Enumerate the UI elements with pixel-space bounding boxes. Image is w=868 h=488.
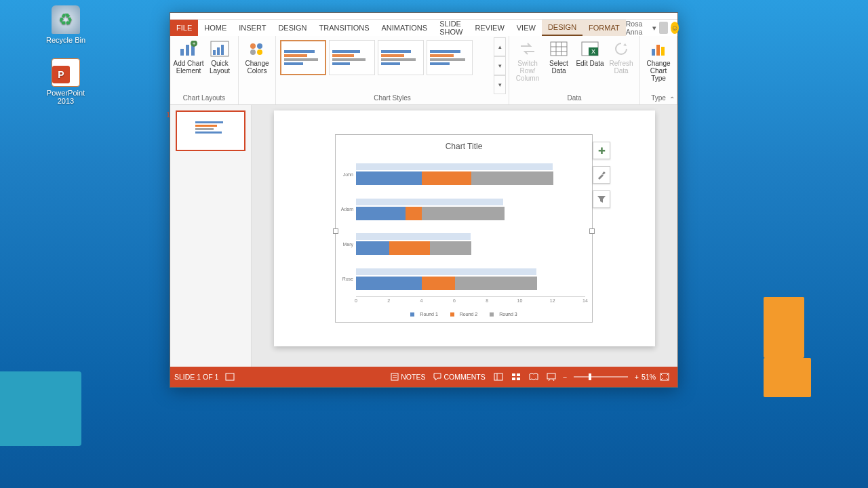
slide-thumbnail-1[interactable] (176, 110, 245, 151)
bar-segment[interactable] (455, 277, 537, 290)
change-chart-type-button[interactable]: Change Chart Type (643, 37, 674, 94)
bar-segment[interactable] (422, 171, 471, 185)
avatar (659, 22, 667, 34)
bar-segment[interactable] (389, 241, 431, 255)
x-tick: 2 (387, 298, 390, 303)
chart-style-3[interactable] (378, 40, 424, 75)
bar-segment[interactable] (356, 277, 422, 290)
refresh-icon (610, 40, 632, 58)
bar-segment[interactable] (356, 241, 389, 255)
button-label: NOTES (401, 373, 425, 381)
button-label: Quick Layout (204, 60, 235, 75)
tab-transitions[interactable]: TRANSITIONS (313, 20, 376, 36)
feedback-smile-icon[interactable]: ☺ (671, 22, 679, 34)
legend-entry: Round 2 (460, 312, 477, 317)
tab-insert[interactable]: INSERT (233, 20, 272, 36)
svg-point-11 (250, 49, 256, 55)
svg-rect-33 (512, 378, 515, 380)
chart-filters-button[interactable] (593, 190, 610, 208)
tab-review[interactable]: REVIEW (469, 20, 510, 36)
bar-segment[interactable] (406, 207, 422, 220)
title-bar[interactable] (170, 13, 677, 20)
category-label: Mary (340, 242, 353, 247)
chart-title[interactable]: Chart Title (336, 135, 592, 155)
button-label: Change Chart Type (643, 60, 674, 82)
group-label: Chart Layouts (173, 94, 235, 103)
bar-segment[interactable] (471, 171, 553, 185)
funnel-icon (597, 195, 606, 204)
collapse-ribbon-button[interactable]: ⌃ (669, 96, 675, 103)
gallery-more-button[interactable]: ▾ (494, 75, 506, 94)
thumbnail-chart-preview (195, 121, 226, 140)
bar-segment[interactable] (430, 241, 471, 255)
user-name: Rosa Anna (626, 20, 650, 36)
icon-label: Recycle Bin (42, 36, 90, 44)
svg-rect-1 (186, 45, 189, 56)
slide-sorter-view-button[interactable] (511, 373, 521, 381)
change-colors-button[interactable]: Change Colors (241, 37, 273, 94)
spell-check-icon[interactable] (225, 373, 235, 381)
button-label: Change Colors (241, 60, 273, 75)
chart-style-2[interactable] (329, 40, 375, 75)
tab-view[interactable]: VIEW (511, 20, 542, 36)
svg-text:X: X (591, 48, 595, 55)
gallery-down-button[interactable]: ▾ (494, 56, 506, 75)
notes-button[interactable]: NOTES (391, 373, 425, 381)
tab-file[interactable]: FILE (170, 20, 198, 36)
tab-chart-tools-design[interactable]: DESIGN (542, 20, 583, 36)
svg-point-12 (257, 49, 262, 55)
normal-view-button[interactable] (494, 373, 503, 381)
x-tick: 4 (420, 298, 423, 303)
reading-view-button[interactable] (529, 373, 538, 381)
user-account[interactable]: Rosa Anna ▾ ☺ (626, 20, 684, 36)
group-chart-styles-colors: Change Colors (239, 36, 276, 104)
chart-bar-row[interactable]: Mary (356, 230, 585, 258)
chart-style-4[interactable] (427, 40, 473, 75)
chart-bar-row[interactable]: John (356, 161, 585, 188)
slide-canvas[interactable]: Chart Title JohnAdamMaryRose 02468101214… (252, 105, 677, 367)
svg-rect-26 (391, 373, 398, 380)
refresh-data-button: Refresh Data (606, 37, 637, 94)
chart-styles-button[interactable] (593, 166, 610, 184)
slideshow-view-button[interactable] (547, 373, 556, 381)
legend-entry: Round 1 (420, 312, 437, 317)
brush-icon (597, 170, 606, 180)
bar-segment[interactable] (356, 207, 406, 220)
powerpoint-shortcut-icon[interactable]: P PowerPoint 2013 (42, 58, 90, 105)
chart-elements-button[interactable]: ✚ (593, 142, 610, 159)
edit-data-button[interactable]: X Edit Data (574, 37, 606, 94)
chart-plot-area[interactable]: JohnAdamMaryRose (356, 155, 585, 295)
tab-design[interactable]: DESIGN (272, 20, 313, 36)
zoom-level[interactable]: 51% (642, 373, 656, 381)
tab-chart-tools-format[interactable]: FORMAT (583, 20, 626, 36)
chart-bar-row[interactable]: Rose (356, 266, 585, 293)
comments-button[interactable]: COMMENTS (433, 373, 485, 381)
select-data-button[interactable]: Select Data (543, 37, 574, 94)
bar-segment[interactable] (356, 171, 422, 185)
svg-rect-8 (221, 45, 224, 55)
chart-object[interactable]: Chart Title JohnAdamMaryRose 02468101214… (335, 134, 593, 323)
group-label: Chart Styles (279, 94, 506, 103)
tab-slide-show[interactable]: SLIDE SHOW (433, 20, 469, 36)
chart-bar-row[interactable]: Adam (356, 196, 585, 223)
svg-rect-34 (517, 378, 520, 380)
chart-legend[interactable]: Round 1 Round 2 Round 3 (336, 312, 592, 317)
desktop-decoration (764, 358, 811, 397)
add-chart-element-button[interactable]: + Add Chart Element (173, 37, 204, 94)
powerpoint-window: FILE HOME INSERT DESIGN TRANSITIONS ANIM… (170, 12, 678, 388)
ribbon-tabs: FILE HOME INSERT DESIGN TRANSITIONS ANIM… (170, 20, 677, 36)
zoom-slider[interactable] (574, 376, 628, 378)
bar-segment[interactable] (422, 277, 455, 290)
edit-data-icon: X (579, 40, 601, 58)
fit-to-window-button[interactable] (660, 373, 669, 381)
bar-segment[interactable] (422, 207, 504, 220)
zoom-out-button[interactable]: − (563, 373, 567, 381)
gallery-up-button[interactable]: ▴ (494, 37, 506, 56)
chart-style-1[interactable] (280, 40, 326, 75)
recycle-bin-icon[interactable]: ♻ Recycle Bin (42, 5, 90, 44)
tab-home[interactable]: HOME (198, 20, 233, 36)
tab-animations[interactable]: ANIMATIONS (376, 20, 434, 36)
svg-point-9 (250, 43, 256, 49)
quick-layout-button[interactable]: Quick Layout (204, 37, 235, 94)
zoom-in-button[interactable]: + (635, 373, 639, 381)
